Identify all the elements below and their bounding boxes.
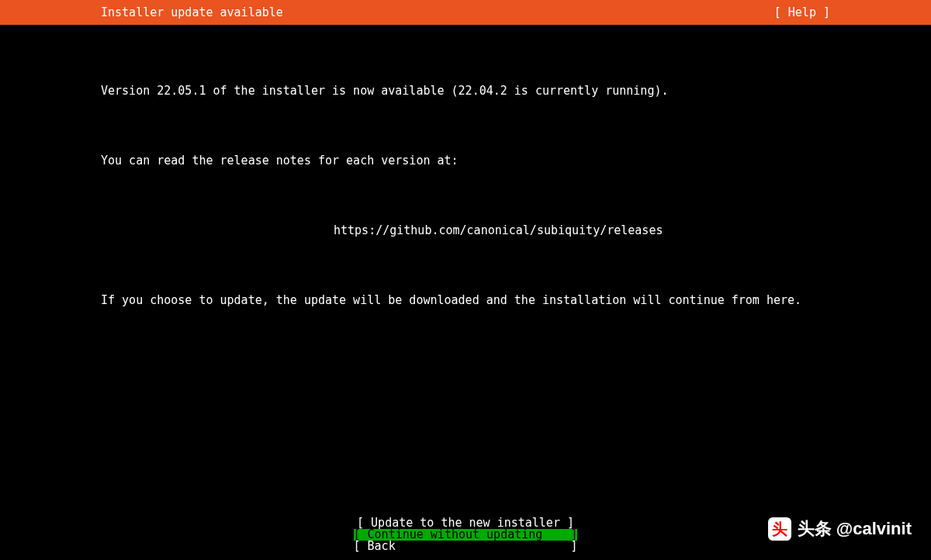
watermark-logo-icon: 头 <box>768 517 791 541</box>
release-notes-intro: You can read the release notes for each … <box>101 149 830 172</box>
help-button[interactable]: [ Help ] <box>774 5 830 19</box>
page-title: Installer update available <box>101 5 283 19</box>
back-button[interactable]: [ Back ] <box>354 541 578 552</box>
update-instruction-text: If you choose to update, the update will… <box>101 289 830 312</box>
watermark: 头 头条 @calvinit <box>768 517 912 541</box>
main-content: Version 22.05.1 of the installer is now … <box>0 25 931 343</box>
release-notes-url: https://github.com/canonical/subiquity/r… <box>101 219 830 242</box>
watermark-text: 头条 @calvinit <box>798 517 912 541</box>
version-info-text: Version 22.05.1 of the installer is now … <box>101 79 830 102</box>
header-bar: Installer update available [ Help ] <box>0 0 931 25</box>
